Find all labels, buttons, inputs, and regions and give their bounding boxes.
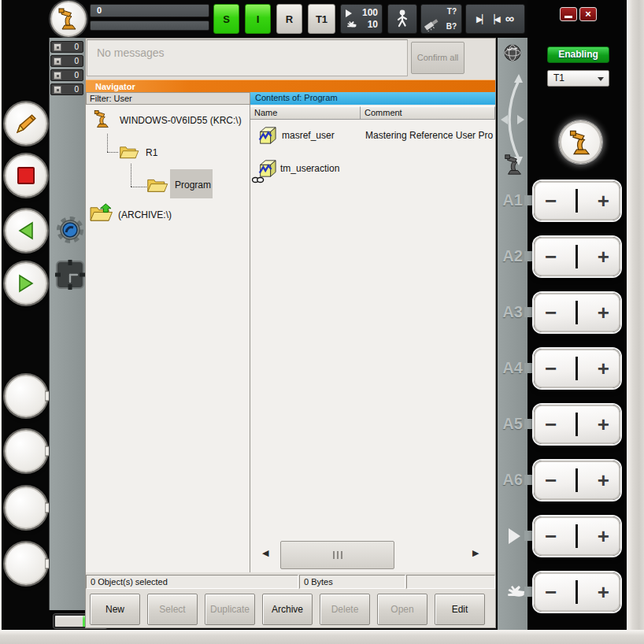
archive-button[interactable]: Archive <box>262 594 313 625</box>
file-list-panel[interactable] <box>250 105 495 572</box>
minus-icon[interactable]: − <box>545 470 557 490</box>
tree-item-r1[interactable]: R1 <box>146 147 157 158</box>
program-override-row-icon <box>509 528 520 544</box>
column-header-name[interactable]: Name <box>250 106 361 120</box>
duplicate-button[interactable]: Duplicate <box>205 594 255 625</box>
blank-key-button-4[interactable] <box>5 542 47 585</box>
plus-icon[interactable]: + <box>598 358 609 379</box>
plus-icon[interactable]: + <box>598 302 609 323</box>
tree-item-program[interactable]: Program <box>175 180 211 191</box>
jog-divider <box>576 468 578 492</box>
status-key-drives[interactable]: I <box>245 4 271 34</box>
operating-mode-dropdown[interactable]: T1 <box>547 70 609 87</box>
robot-icon <box>92 108 113 130</box>
horizontal-scrollbar-thumb[interactable] <box>280 541 394 569</box>
confirm-all-button[interactable]: Confirm all <box>411 42 464 74</box>
tree-folder-icon-r1 <box>119 142 139 164</box>
plus-icon[interactable]: + <box>598 191 609 211</box>
module-cube-icon <box>257 126 277 145</box>
axis-jog-mode-button[interactable] <box>502 153 526 180</box>
file-comment: Mastering Reference User Pro <box>365 130 495 141</box>
robot-status-button[interactable] <box>50 1 87 37</box>
new-button[interactable]: New <box>90 594 140 625</box>
jog-key-a6[interactable]: − + <box>534 461 620 500</box>
file-name[interactable]: masref_user <box>282 130 335 141</box>
minus-icon[interactable]: − <box>545 246 557 267</box>
jog-key-a2[interactable]: − + <box>534 237 620 276</box>
stop-icon <box>17 167 35 184</box>
incremental-jog-button[interactable]: ▶▏▕◀ ∞ <box>465 4 525 34</box>
jog-key-a3[interactable]: − + <box>534 293 620 332</box>
minus-icon[interactable]: − <box>545 526 557 546</box>
jog-mode-button[interactable] <box>387 4 417 34</box>
status-key-submit[interactable]: S <box>213 4 239 34</box>
edit-button[interactable]: Edit <box>435 594 485 625</box>
jog-divider <box>576 580 578 604</box>
robot-jog-button[interactable] <box>559 120 602 164</box>
axis-label-a3: A3 <box>498 303 527 321</box>
run-forward-key-button[interactable] <box>5 262 47 305</box>
jog-key-a5[interactable]: − + <box>534 405 620 444</box>
navigator-title-bar: Navigator <box>86 80 495 92</box>
message-window[interactable]: No messages <box>87 39 408 76</box>
status-key-mode[interactable]: T1 <box>308 4 335 34</box>
settings-gear-button[interactable] <box>55 215 85 248</box>
scroll-left-arrow[interactable]: ◀ <box>262 548 268 558</box>
plus-icon[interactable]: + <box>598 470 609 490</box>
blank-key-button-3[interactable] <box>5 487 47 529</box>
message-counter-info: 0 <box>50 69 83 81</box>
axis-label-a2: A2 <box>498 247 527 265</box>
minus-icon[interactable]: − <box>545 358 557 379</box>
info-count-icon <box>54 72 61 80</box>
override-status-button[interactable]: 100 10 <box>340 4 383 34</box>
open-button[interactable]: Open <box>377 594 427 625</box>
world-coordinates-button[interactable] <box>504 44 521 65</box>
robot-icon <box>567 128 595 157</box>
column-header-comment[interactable]: Comment <box>361 106 495 120</box>
run-backward-key-button[interactable] <box>5 209 47 252</box>
blank-key-button-2[interactable] <box>5 430 47 472</box>
minus-icon[interactable]: − <box>545 582 557 602</box>
plus-icon[interactable]: + <box>598 246 609 267</box>
stop-key-button[interactable] <box>5 154 47 197</box>
minus-icon[interactable]: − <box>545 414 557 435</box>
enabling-button[interactable]: Enabling <box>547 46 609 63</box>
blank-key-button-1[interactable] <box>5 375 47 417</box>
program-counter-bar: 0 <box>90 4 209 17</box>
tool-base-status-button[interactable]: T? B? <box>420 4 462 34</box>
file-name[interactable]: tm_useraction <box>280 163 339 174</box>
jog-divider <box>576 301 578 324</box>
select-button[interactable]: Select <box>147 594 198 625</box>
message-counter-warning: 0 <box>50 55 83 67</box>
plus-icon[interactable]: + <box>598 414 609 435</box>
plus-icon[interactable]: + <box>598 526 609 546</box>
play-icon <box>17 273 35 294</box>
hand-override-icon <box>346 20 357 30</box>
clock-icon <box>54 258 87 291</box>
infinity-icon: ∞ <box>505 12 514 26</box>
scroll-right-arrow[interactable]: ▶ <box>472 548 479 558</box>
status-bytes: 0 Bytes <box>299 575 405 589</box>
tree-item-root[interactable]: WINDOWS-0V6ID55 (KRC:\) <box>120 115 242 126</box>
edit-key-button[interactable] <box>5 102 47 145</box>
program-override-value: 100 <box>358 7 378 19</box>
status-extra <box>406 575 495 589</box>
plus-icon[interactable]: + <box>598 582 609 602</box>
tool-label: T? <box>447 7 457 16</box>
status-objects-selected: 0 Object(s) selected <box>86 575 298 589</box>
minus-icon[interactable]: − <box>545 191 557 211</box>
jog-key-a4[interactable]: − + <box>534 349 620 388</box>
file-row[interactable] <box>257 126 277 148</box>
program-override-key[interactable]: − + <box>534 516 620 556</box>
tree-item-archive[interactable]: (ARCHIVE:\) <box>118 209 172 220</box>
close-button[interactable]: × <box>579 7 597 21</box>
status-key-run[interactable]: R <box>276 4 302 34</box>
hand-override-key[interactable]: − + <box>534 572 620 612</box>
clock-button[interactable] <box>54 258 87 294</box>
delete-button[interactable]: Delete <box>320 594 370 625</box>
jog-divider <box>576 189 578 213</box>
minus-icon[interactable]: − <box>545 302 557 323</box>
minimize-button[interactable] <box>560 7 577 21</box>
jog-key-a1[interactable]: − + <box>534 181 620 220</box>
jog-divider <box>576 524 578 548</box>
